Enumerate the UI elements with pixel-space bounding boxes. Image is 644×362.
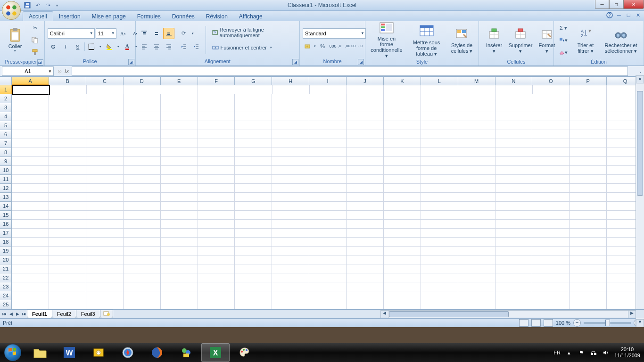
cell[interactable] (86, 247, 124, 255)
qat-customize-icon[interactable]: ▼ (55, 1, 59, 9)
cell[interactable] (421, 229, 458, 238)
cell[interactable] (49, 175, 86, 184)
cell[interactable] (532, 220, 570, 229)
cell[interactable] (458, 273, 495, 282)
cell[interactable] (272, 112, 309, 121)
cell[interactable] (421, 264, 458, 273)
cell[interactable] (235, 175, 272, 184)
cell[interactable] (309, 130, 347, 139)
cell[interactable] (198, 238, 235, 247)
cell[interactable] (309, 184, 347, 193)
row-header[interactable]: 2 (0, 94, 12, 103)
find-select-button[interactable]: Rechercher et sélectionner ▾ (601, 22, 641, 58)
cell[interactable] (235, 291, 272, 300)
taskbar-paint[interactable] (231, 343, 259, 362)
tab-affichage[interactable]: Affichage (233, 12, 268, 21)
cell[interactable] (198, 229, 235, 238)
cell[interactable] (272, 175, 309, 184)
copy-icon[interactable] (29, 34, 41, 46)
cell[interactable] (570, 85, 607, 94)
tab-formules[interactable]: Formules (132, 12, 166, 21)
decrease-indent-icon[interactable] (178, 41, 190, 52)
cell[interactable] (384, 94, 421, 103)
cell[interactable] (161, 175, 198, 184)
cell[interactable] (347, 238, 384, 247)
cell[interactable] (458, 85, 495, 94)
cell[interactable] (161, 121, 198, 130)
cell[interactable] (235, 157, 272, 166)
decrease-decimal-icon[interactable]: ,00→,0 (351, 41, 362, 52)
italic-button[interactable]: I (60, 41, 71, 52)
row-header[interactable]: 24 (0, 291, 12, 300)
cell[interactable] (532, 184, 570, 193)
normal-view-icon[interactable] (519, 319, 528, 327)
bold-button[interactable]: G (48, 41, 59, 52)
clock[interactable]: 20:10 11/11/2009 (614, 346, 640, 359)
cell[interactable] (124, 85, 161, 94)
cell[interactable] (124, 193, 161, 202)
row-header[interactable]: 21 (0, 264, 12, 273)
cell[interactable] (12, 282, 49, 291)
cell[interactable] (124, 112, 161, 121)
cell[interactable] (86, 255, 124, 264)
start-button[interactable] (0, 343, 25, 362)
cell[interactable] (272, 166, 309, 175)
cell[interactable] (86, 220, 124, 229)
cell[interactable] (421, 121, 458, 130)
cell[interactable] (86, 166, 124, 175)
tab-accueil[interactable]: Accueil (23, 11, 53, 21)
cell[interactable] (272, 238, 309, 247)
cell[interactable] (347, 193, 384, 202)
cell[interactable] (384, 238, 421, 247)
cell[interactable] (570, 121, 607, 130)
cell[interactable] (421, 273, 458, 282)
cell[interactable] (235, 85, 272, 94)
cancel-formula-icon[interactable]: ⊘ (58, 68, 62, 74)
cell[interactable] (384, 148, 421, 157)
fill-icon[interactable]: ▾ (557, 34, 570, 46)
cell[interactable] (49, 282, 86, 291)
cell[interactable] (347, 175, 384, 184)
cell[interactable] (570, 166, 607, 175)
cell[interactable] (421, 255, 458, 264)
cell[interactable] (495, 229, 533, 238)
cell[interactable] (198, 255, 235, 264)
align-bottom-icon[interactable] (163, 28, 174, 39)
orientation-icon[interactable]: ⟳ (178, 28, 190, 39)
cell[interactable] (124, 175, 161, 184)
cell[interactable] (495, 291, 533, 300)
grow-font-icon[interactable]: A▴ (117, 28, 129, 39)
row-header[interactable]: 6 (0, 130, 12, 139)
cell[interactable] (309, 238, 347, 247)
row-header[interactable]: 14 (0, 202, 12, 211)
cell[interactable] (272, 282, 309, 291)
cell[interactable] (495, 202, 533, 211)
taskbar-outlook[interactable] (84, 343, 113, 362)
cell[interactable] (495, 211, 533, 220)
cell[interactable] (124, 300, 161, 309)
maximize-button[interactable]: □ (609, 0, 623, 9)
cell[interactable] (124, 255, 161, 264)
cell[interactable] (49, 300, 86, 309)
cell[interactable] (272, 139, 309, 148)
column-header[interactable]: E (161, 77, 198, 85)
cell[interactable] (347, 273, 384, 282)
column-header[interactable]: I (309, 77, 347, 85)
cell[interactable] (570, 193, 607, 202)
cell[interactable] (235, 255, 272, 264)
cell[interactable] (570, 112, 607, 121)
cell[interactable] (570, 273, 607, 282)
cell[interactable] (384, 255, 421, 264)
cell[interactable] (12, 211, 49, 220)
cell[interactable] (12, 255, 49, 264)
cell[interactable] (495, 273, 533, 282)
cell[interactable] (532, 112, 570, 121)
cell[interactable] (570, 291, 607, 300)
taskbar-messenger[interactable] (172, 343, 200, 362)
row-header[interactable]: 20 (0, 255, 12, 264)
cell[interactable] (495, 220, 533, 229)
cell[interactable] (421, 85, 458, 94)
cell[interactable] (570, 148, 607, 157)
cell[interactable] (235, 273, 272, 282)
cell[interactable] (49, 229, 86, 238)
